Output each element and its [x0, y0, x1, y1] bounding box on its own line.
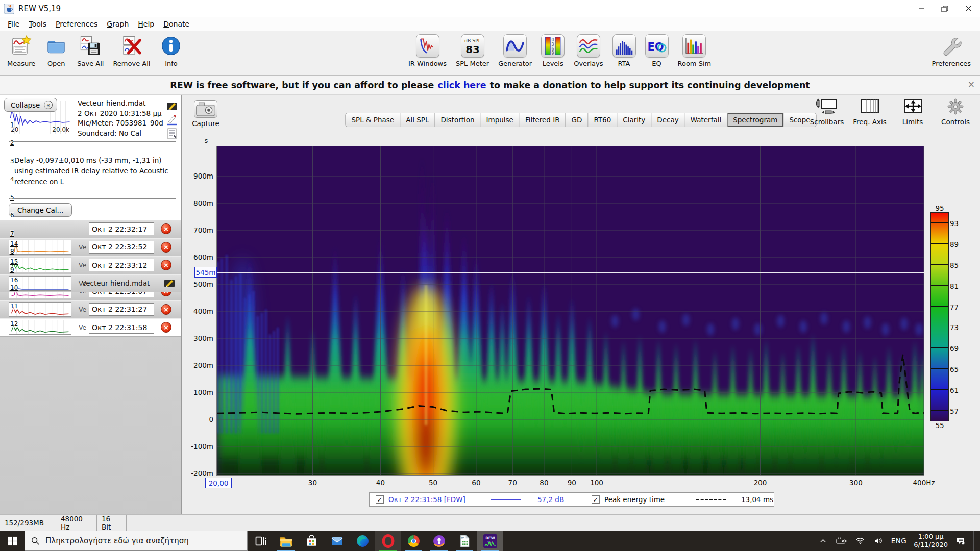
close-button[interactable] — [957, 0, 980, 17]
legend-checkbox-measurement[interactable]: ✓ — [376, 495, 384, 504]
toolbar-open-button[interactable]: Open — [44, 34, 68, 67]
toolbar-save-all-button[interactable]: Save All — [77, 34, 104, 67]
measurement-row[interactable]: 11VeОкт 2 22:31:27× — [0, 300, 182, 319]
measurement-date-field[interactable]: Окт 2 22:33:12 — [89, 259, 154, 271]
toolbar-preferences-button[interactable]: Preferences — [932, 34, 971, 67]
delete-measurement-button[interactable]: × — [161, 304, 172, 315]
menu-tools[interactable]: Tools — [24, 19, 51, 29]
measurement-sparkline — [9, 320, 71, 334]
input-language[interactable]: ENG — [891, 537, 907, 545]
menu-bar: FileToolsPreferencesGraphHelpDonate — [0, 17, 980, 31]
taskbar-app-chrome[interactable] — [401, 531, 426, 551]
notification-icon[interactable] — [955, 536, 966, 545]
tab-decay[interactable]: Decay — [651, 113, 684, 127]
measurement-row[interactable]: 16VeVecteur hiend.mdat — [0, 274, 182, 293]
toolbar-ir-windows-button[interactable]: IR Windows — [408, 34, 447, 67]
toolbar-remove-all-button[interactable]: Remove All — [113, 34, 150, 67]
clock[interactable]: 1:00 μμ 6/11/2020 — [914, 533, 948, 549]
menu-file[interactable]: File — [3, 19, 24, 29]
taskbar-app-privacy-browser[interactable] — [426, 531, 452, 551]
notes-icon[interactable] — [164, 278, 175, 289]
delete-measurement-button[interactable]: × — [161, 223, 172, 234]
spectrogram-canvas[interactable] — [217, 146, 924, 475]
taskbar-search[interactable] — [24, 531, 248, 551]
tab-spl-phase[interactable]: SPL & Phase — [346, 113, 400, 127]
capture-button[interactable] — [194, 100, 217, 118]
search-input[interactable] — [45, 536, 239, 545]
tab-all-spl[interactable]: All SPL — [400, 113, 435, 127]
taskbar-app-rew[interactable]: REWV5.1 — [477, 531, 503, 551]
chrome-icon — [407, 534, 421, 548]
show-desktop-strip[interactable] — [973, 531, 976, 551]
tab-rt60[interactable]: RT60 — [588, 113, 617, 127]
taskbar-app-microsoft-store[interactable] — [299, 531, 324, 551]
measurement-date-field[interactable]: Окт 2 22:32:52 — [89, 241, 154, 254]
minimize-button[interactable] — [910, 0, 933, 17]
measurement-thumbnail[interactable]: 11 — [9, 302, 71, 317]
toolbar-overlays-button[interactable]: Overlays — [574, 34, 603, 67]
measurement-date-field[interactable]: Окт 2 22:32:17 — [89, 222, 154, 235]
tab-spectrogram[interactable]: Spectrogram — [727, 113, 783, 127]
delete-measurement-button[interactable]: × — [161, 242, 172, 253]
toolbar-room-sim-button[interactable]: Room Sim — [678, 34, 712, 67]
graph-tool-freq-axis[interactable]: Freq. Axis — [850, 98, 889, 126]
status-sample-rate: 48000 Hz — [56, 515, 97, 531]
taskbar-app-libreoffice[interactable] — [452, 531, 477, 551]
graph-tool-scrollbars[interactable]: Scrollbars — [807, 98, 846, 126]
menu-graph[interactable]: Graph — [102, 19, 133, 29]
spectrogram-chart[interactable] — [217, 146, 924, 475]
toolbar-spl-meter-button[interactable]: dB SPL83SPL Meter — [456, 34, 489, 67]
measurement-date-field[interactable]: Окт 2 22:31:58 — [89, 321, 154, 334]
menu-preferences[interactable]: Preferences — [51, 19, 102, 29]
measurement-thumbnail[interactable]: 16 — [9, 276, 71, 291]
info-doc-icon[interactable] — [166, 128, 178, 139]
measurement-row[interactable]: 15VeОкт 2 22:33:12× — [0, 256, 182, 274]
tray-chevron-icon[interactable] — [818, 536, 829, 545]
graph-tool-controls[interactable]: Controls — [936, 98, 975, 126]
start-button[interactable] — [0, 531, 24, 551]
toolbar-rta-button[interactable]: RTA — [612, 34, 636, 67]
taskbar-app-file-explorer[interactable] — [273, 531, 299, 551]
measurement-row[interactable]: Окт 2 22:32:17× — [0, 220, 182, 238]
measurement-thumbnail[interactable]: 15 — [9, 258, 71, 272]
wifi-icon[interactable] — [854, 536, 866, 545]
taskbar-app-mail[interactable] — [324, 531, 350, 551]
restore-button[interactable] — [933, 0, 957, 17]
measurement-date-field[interactable]: Окт 2 22:31:27 — [89, 303, 154, 316]
toolbar-generator-button[interactable]: Generator — [498, 34, 532, 67]
toolbar-measure-button[interactable]: Measure — [7, 34, 35, 67]
battery-icon[interactable] — [836, 536, 847, 545]
notes-icon[interactable] — [166, 101, 178, 112]
trace-style-icon[interactable] — [166, 114, 178, 126]
measurement-row[interactable]: 12VeОкт 2 22:31:58× — [0, 318, 182, 337]
tab-filtered-ir[interactable]: Filtered IR — [520, 113, 566, 127]
toolbar-levels-button[interactable]: 0369Levels — [541, 34, 565, 67]
change-cal-button[interactable]: Change Cal... — [9, 203, 72, 217]
volume-icon[interactable] — [873, 536, 884, 545]
donation-link[interactable]: click here — [437, 80, 486, 90]
libreoffice-icon — [458, 534, 472, 548]
toolbar-info-button[interactable]: Info — [159, 34, 183, 67]
taskbar-app-edge[interactable] — [350, 531, 375, 551]
tab-clarity[interactable]: Clarity — [617, 113, 651, 127]
collapse-button[interactable]: Collapse « — [4, 98, 57, 112]
measurement-thumbnail[interactable]: 12 — [9, 320, 71, 335]
tab-gd[interactable]: GD — [566, 113, 589, 127]
tab-impulse[interactable]: Impulse — [481, 113, 520, 127]
toolbar-eq-button[interactable]: EQEQ — [645, 34, 669, 67]
delete-measurement-button[interactable]: × — [161, 322, 172, 333]
graph-tool-limits[interactable]: Limits — [893, 98, 932, 126]
tab-waterfall[interactable]: Waterfall — [685, 113, 727, 127]
menu-help[interactable]: Help — [133, 19, 159, 29]
legend-checkbox-peak-energy[interactable]: ✓ — [592, 495, 600, 504]
y-axis-tick: 900m — [182, 172, 213, 180]
taskbar-app-task-view[interactable] — [248, 531, 273, 551]
taskbar-app-opera[interactable] — [375, 531, 401, 551]
tab-distortion[interactable]: Distortion — [435, 113, 480, 127]
measurement-row[interactable]: 14VeОкт 2 22:32:52× — [0, 238, 182, 257]
delete-measurement-button[interactable]: × — [161, 260, 172, 270]
controls-icon — [944, 98, 967, 117]
banner-close-icon[interactable]: × — [968, 79, 975, 89]
menu-donate[interactable]: Donate — [159, 19, 194, 29]
measurement-thumbnail[interactable]: 14 — [9, 240, 71, 255]
